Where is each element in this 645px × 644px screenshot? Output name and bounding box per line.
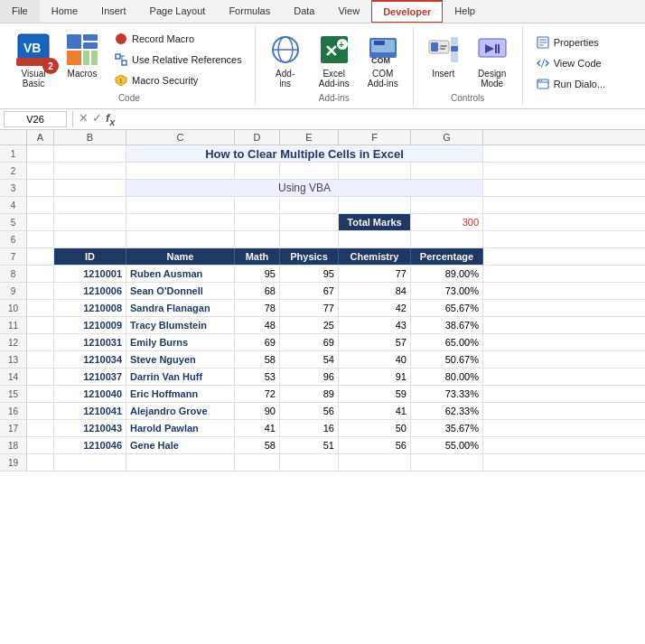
excel-addins-icon: ✕ + — [316, 32, 352, 68]
tab-data[interactable]: Data — [282, 0, 326, 23]
svg-rect-30 — [440, 48, 445, 50]
insert-controls-icon — [425, 32, 462, 68]
cell-c1-merged[interactable]: How to Clear Multiple Cells in Excel — [126, 145, 483, 162]
cell-g5[interactable]: 300 — [411, 214, 483, 230]
design-mode-button[interactable]: DesignMode — [468, 29, 517, 91]
tab-formulas[interactable]: Formulas — [217, 0, 282, 23]
cell-a3[interactable] — [27, 180, 54, 196]
design-mode-icon — [474, 32, 510, 68]
tab-home[interactable]: Home — [40, 0, 89, 23]
col-header-f[interactable]: F — [339, 130, 411, 145]
tab-insert[interactable]: Insert — [89, 0, 138, 23]
cell-d2[interactable] — [235, 163, 280, 179]
cell-c5[interactable] — [126, 214, 235, 230]
spreadsheet: A B C D E F G 1 How to Clear Multiple Ce… — [0, 130, 645, 471]
cell-g7[interactable]: Percentage — [411, 248, 483, 265]
col-header-g[interactable]: G — [411, 130, 483, 145]
cell-a5[interactable] — [27, 214, 54, 230]
svg-point-44 — [538, 80, 540, 82]
tab-view[interactable]: View — [326, 0, 371, 23]
row-9: 9 1210006 Sean O'Donnell 68 67 84 73.00% — [0, 283, 645, 300]
cell-c7[interactable]: Name — [126, 248, 235, 265]
macro-security-button[interactable]: ! Macro Security — [109, 70, 247, 90]
col-header-c[interactable]: C — [126, 130, 235, 145]
cell-f7[interactable]: Chemistry — [339, 248, 411, 265]
insert-controls-button[interactable]: Insert — [419, 29, 468, 81]
macros-button[interactable]: Macros — [58, 29, 107, 81]
use-relative-icon — [114, 52, 128, 67]
run-dialog-button[interactable]: Run Dialo... — [531, 74, 610, 94]
addins-group-label: Add-ins — [319, 91, 350, 106]
row-8: 8 1210001 Ruben Ausman 95 95 77 89.00% — [0, 266, 645, 283]
cell-g2[interactable] — [411, 163, 483, 179]
cancel-formula-icon[interactable]: ✕ — [79, 111, 89, 127]
confirm-formula-icon[interactable]: ✓ — [92, 111, 102, 127]
com-addins-button[interactable]: COM COMAdd-ins — [359, 29, 407, 91]
cell-b6[interactable] — [54, 231, 126, 247]
view-code-button[interactable]: View Code — [531, 53, 610, 73]
cell-b4[interactable] — [54, 197, 126, 213]
macros-icon — [64, 32, 100, 68]
cell-b2[interactable] — [54, 163, 126, 179]
record-macro-button[interactable]: Record Macro — [109, 29, 247, 49]
cell-g6[interactable] — [411, 231, 483, 247]
cell-f6[interactable] — [339, 231, 411, 247]
row-4: 4 — [0, 197, 645, 214]
col-header-d[interactable]: D — [235, 130, 280, 145]
cell-a2[interactable] — [27, 163, 54, 179]
row-15: 15 1210040 Eric Hoffmann 72 89 59 73.33% — [0, 386, 645, 403]
col-header-e[interactable]: E — [280, 130, 339, 145]
use-relative-button[interactable]: Use Relative References — [109, 50, 247, 70]
cell-c4[interactable] — [126, 197, 235, 213]
properties-button[interactable]: Properties — [531, 33, 610, 52]
formula-input[interactable] — [118, 112, 641, 126]
macro-security-icon: ! — [114, 73, 128, 88]
props-items: Properties View Code — [528, 29, 612, 94]
row-num-8: 8 — [0, 266, 27, 282]
row-num-18: 18 — [0, 437, 27, 453]
cell-b5[interactable] — [54, 214, 126, 230]
cell-f4[interactable] — [339, 197, 411, 213]
cell-f2[interactable] — [339, 163, 411, 179]
cell-c3-merged[interactable]: Using VBA — [126, 180, 483, 196]
cell-f5[interactable]: Total Marks — [339, 214, 411, 230]
cell-reference-box[interactable] — [4, 111, 67, 127]
tab-page-layout[interactable]: Page Layout — [138, 0, 218, 23]
tab-help[interactable]: Help — [443, 0, 487, 23]
cell-d4[interactable] — [235, 197, 280, 213]
tab-developer[interactable]: Developer — [371, 0, 443, 23]
cell-c6[interactable] — [126, 231, 235, 247]
cell-d5[interactable] — [235, 214, 280, 230]
cell-e4[interactable] — [280, 197, 339, 213]
cell-a6[interactable] — [27, 231, 54, 247]
row-num-16: 16 — [0, 403, 27, 419]
cell-e6[interactable] — [280, 231, 339, 247]
cell-e7[interactable]: Physics — [280, 248, 339, 265]
cell-a7[interactable] — [27, 248, 54, 265]
col-header-a[interactable]: A — [27, 130, 54, 145]
cell-d6[interactable] — [235, 231, 280, 247]
cell-e5[interactable] — [280, 214, 339, 230]
row-1: 1 How to Clear Multiple Cells in Excel — [0, 145, 645, 163]
col-header-b[interactable]: B — [54, 130, 126, 145]
cell-e2[interactable] — [280, 163, 339, 179]
cell-g4[interactable] — [411, 197, 483, 213]
visual-basic-button[interactable]: VB VisualBasic 2 — [9, 29, 58, 91]
cell-b7[interactable]: ID — [54, 248, 126, 265]
svg-point-45 — [540, 80, 542, 82]
cell-b1[interactable] — [54, 145, 126, 162]
cell-b3[interactable] — [54, 180, 126, 196]
insert-function-icon[interactable]: fx — [106, 111, 115, 127]
cell-a4[interactable] — [27, 197, 54, 213]
addins-label: Add-ins — [276, 69, 294, 89]
excel-addins-button[interactable]: ✕ + ExcelAdd-ins — [310, 29, 359, 91]
cell-d7[interactable]: Math — [235, 248, 280, 265]
addins-button[interactable]: Add-ins — [261, 29, 310, 91]
cell-a1[interactable] — [27, 145, 54, 162]
controls-group-label: Controls — [451, 91, 484, 106]
cell-c2[interactable] — [126, 163, 235, 179]
ribbon-body: VB VisualBasic 2 — [0, 23, 645, 108]
row-num-5: 5 — [0, 214, 27, 230]
controls-items: Insert DesignMode — [419, 29, 517, 91]
tab-file[interactable]: File — [0, 0, 40, 23]
